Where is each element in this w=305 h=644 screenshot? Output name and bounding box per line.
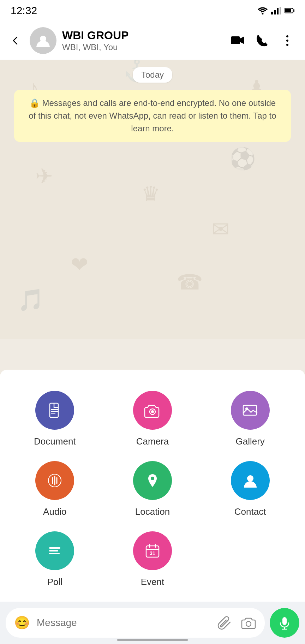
gallery-icon-circle — [231, 391, 270, 430]
svg-rect-2 — [274, 10, 276, 14]
location-label: Location — [135, 506, 170, 517]
attach-contact-button[interactable]: Contact — [203, 454, 297, 521]
contact-icon-circle — [231, 461, 270, 500]
svg-text:❤: ❤ — [71, 253, 88, 276]
gallery-label: Gallery — [235, 436, 264, 447]
attach-document-button[interactable]: Document — [8, 384, 102, 451]
signal-icon — [271, 7, 281, 14]
chat-header: WBI GROUP WBI, WBI, You — [0, 21, 305, 60]
poll-label: Poll — [47, 577, 62, 588]
home-indicator — [117, 639, 188, 641]
svg-point-0 — [262, 13, 264, 15]
chat-content: Today 🔒 Messages and calls are end-to-en… — [0, 60, 305, 149]
attach-location-button[interactable]: Location — [106, 454, 200, 521]
chat-area: ♪ ✿ ★ ⚽ ✈ ♛ ✉ ❤ ☎ 🎵 ♟ ⚓ Today 🔒 Messages… — [0, 60, 305, 339]
audio-icon-circle — [35, 461, 74, 500]
audio-label: Audio — [43, 506, 67, 517]
attach-poll-button[interactable]: Poll — [8, 524, 102, 591]
svg-text:🎵: 🎵 — [18, 287, 44, 312]
svg-rect-6 — [293, 9, 294, 12]
more-options-button[interactable] — [277, 30, 298, 51]
attach-audio-button[interactable]: Audio — [8, 454, 102, 521]
encryption-notice[interactable]: 🔒 Messages and calls are end-to-end encr… — [14, 90, 291, 142]
svg-rect-45 — [282, 617, 287, 625]
svg-text:✉: ✉ — [212, 217, 229, 241]
emoji-button[interactable]: 😊 — [13, 614, 31, 632]
bottom-bar: 😊 — [0, 602, 305, 644]
chat-subtitle: WBI, WBI, You — [62, 42, 222, 52]
svg-rect-3 — [277, 8, 279, 14]
document-label: Document — [34, 436, 76, 447]
avatar[interactable] — [30, 27, 56, 54]
wifi-icon — [258, 7, 268, 14]
camera-label: Camera — [136, 436, 169, 447]
svg-point-11 — [286, 40, 288, 42]
location-icon-circle — [133, 461, 172, 500]
svg-point-12 — [286, 44, 288, 46]
back-button[interactable] — [7, 32, 24, 49]
svg-text:✈: ✈ — [35, 165, 53, 188]
svg-text:♛: ♛ — [141, 182, 160, 206]
event-label: Event — [141, 577, 165, 588]
svg-text:☎: ☎ — [177, 270, 203, 294]
svg-text:⚽: ⚽ — [229, 146, 256, 171]
chat-title: WBI GROUP — [62, 29, 222, 42]
poll-icon-circle — [35, 531, 74, 570]
attach-event-button[interactable]: 31 Event — [106, 524, 200, 591]
message-input[interactable] — [37, 617, 210, 628]
svg-rect-31 — [243, 405, 257, 415]
status-time: 12:32 — [11, 5, 37, 17]
camera-shortcut-button[interactable] — [239, 614, 258, 632]
svg-point-44 — [246, 621, 251, 626]
status-icons — [258, 7, 294, 14]
camera-icon-circle — [133, 391, 172, 430]
svg-rect-1 — [271, 12, 273, 14]
svg-text:31: 31 — [150, 550, 155, 556]
attach-camera-button[interactable]: Camera — [106, 384, 200, 451]
document-icon-circle — [35, 391, 74, 430]
video-call-button[interactable] — [227, 30, 249, 51]
voice-message-button[interactable] — [270, 608, 299, 638]
attachment-panel: Document Camera Gallery — [0, 370, 305, 602]
phone-call-button[interactable] — [252, 30, 273, 51]
header-actions — [227, 30, 298, 51]
svg-rect-4 — [280, 7, 281, 14]
header-info[interactable]: WBI GROUP WBI, WBI, You — [62, 29, 222, 52]
event-icon-circle: 31 — [133, 531, 172, 570]
svg-point-10 — [286, 35, 288, 37]
attach-gallery-button[interactable]: Gallery — [203, 384, 297, 451]
attachment-button[interactable] — [215, 614, 234, 632]
message-input-area: 😊 — [6, 608, 265, 638]
svg-point-35 — [247, 475, 253, 482]
battery-icon — [285, 7, 294, 14]
svg-rect-7 — [285, 9, 291, 12]
status-bar: 12:32 — [0, 0, 305, 21]
contact-label: Contact — [234, 506, 266, 517]
attachment-grid: Document Camera Gallery — [8, 384, 297, 591]
svg-point-30 — [151, 410, 154, 413]
svg-rect-9 — [231, 36, 240, 44]
svg-point-34 — [151, 477, 154, 480]
date-badge: Today — [7, 67, 298, 83]
